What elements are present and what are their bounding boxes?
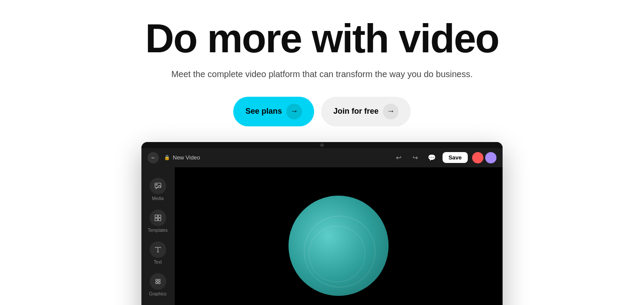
graphics-label: Graphics: [149, 291, 166, 296]
join-free-button[interactable]: Join for free →: [321, 97, 411, 126]
avatar-user2: [485, 152, 496, 163]
teal-circle-visual: [288, 196, 389, 296]
sidebar-tool-media[interactable]: Media: [144, 174, 171, 204]
editor-canvas: [174, 167, 503, 305]
sidebar-tool-audio[interactable]: Audio: [144, 302, 171, 305]
see-plans-label: See plans: [245, 107, 282, 116]
templates-label: Templates: [148, 228, 168, 233]
svg-point-8: [155, 281, 158, 284]
comment-button[interactable]: 💬: [426, 152, 438, 164]
camera-notch: [320, 143, 324, 147]
sidebar-tool-templates[interactable]: Templates: [144, 206, 171, 236]
editor-toolbar: ← 🔒 New Video ↩ ↪ 💬 Save: [141, 148, 503, 167]
svg-point-7: [158, 279, 160, 281]
avatar-user1: [472, 152, 483, 163]
toolbar-title-group: 🔒 New Video: [164, 154, 200, 161]
lock-icon: 🔒: [164, 155, 170, 160]
svg-rect-4: [155, 218, 158, 220]
avatar-group: [472, 152, 496, 163]
text-label: Text: [154, 260, 161, 264]
see-plans-button[interactable]: See plans →: [233, 97, 314, 126]
hero-title: Do more with video: [145, 17, 499, 60]
save-button[interactable]: Save: [443, 152, 468, 163]
app-window: ← 🔒 New Video ↩ ↪ 💬 Save: [141, 142, 503, 305]
sidebar-tool-text[interactable]: Text: [144, 238, 171, 268]
toolbar-left: ← 🔒 New Video: [148, 152, 200, 163]
video-title: New Video: [173, 154, 200, 161]
svg-rect-5: [158, 218, 161, 220]
media-label: Media: [152, 196, 164, 201]
svg-point-9: [158, 281, 160, 284]
graphics-icon: [150, 273, 166, 290]
text-icon: [150, 241, 166, 258]
back-button[interactable]: ←: [148, 152, 159, 163]
templates-icon: [150, 210, 166, 226]
window-topbar: [141, 142, 503, 148]
hero-subtitle: Meet the complete video platform that ca…: [171, 69, 473, 79]
join-free-label: Join for free: [333, 107, 379, 116]
sidebar-tool-graphics[interactable]: Graphics: [144, 270, 171, 300]
svg-point-1: [156, 184, 157, 185]
svg-point-6: [155, 279, 158, 281]
media-icon: [150, 178, 166, 194]
cta-buttons: See plans → Join for free →: [233, 97, 411, 126]
canvas-content: [174, 167, 503, 305]
see-plans-arrow-icon: →: [286, 104, 302, 119]
toolbar-right: ↩ ↪ 💬 Save: [393, 152, 496, 164]
redo-button[interactable]: ↪: [409, 152, 422, 164]
svg-rect-3: [158, 215, 161, 217]
editor-body: Media Templates: [141, 167, 503, 305]
hero-section: Do more with video Meet the complete vid…: [0, 0, 644, 305]
editor-sidebar: Media Templates: [141, 167, 174, 305]
svg-rect-2: [155, 215, 158, 217]
join-free-arrow-icon: →: [383, 104, 399, 119]
undo-button[interactable]: ↩: [393, 152, 405, 164]
